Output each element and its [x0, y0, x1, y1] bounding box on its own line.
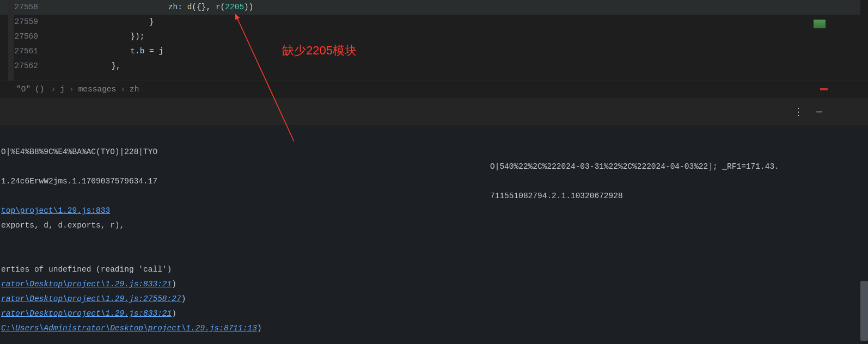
error-marker	[820, 88, 828, 90]
terminal-scrollbar[interactable]	[860, 145, 868, 344]
minimap-indicator	[814, 20, 826, 28]
code-content: });	[54, 29, 144, 44]
bc-seg-j[interactable]: j	[58, 85, 67, 94]
term-right-column: O|540%22%2C%222024-03-31%22%2C%222024-04…	[490, 145, 779, 204]
panel-toolbar: ⋮ —	[0, 97, 868, 125]
code-content: zh: d({}, r(2205))	[54, 0, 254, 15]
term-line: erties of undefined (reading 'call')	[1, 262, 867, 277]
gutter-border	[8, 0, 14, 81]
file-link[interactable]: C:\Users\Administrator\Desktop\project\1…	[1, 324, 257, 333]
bc-seg-messages[interactable]: messages	[76, 85, 119, 94]
chevron-right-icon: ›	[49, 85, 58, 94]
term-line: top\project\1.29.js:833	[1, 204, 867, 218]
minimize-icon[interactable]: —	[816, 106, 822, 117]
code-line[interactable]: 27561 t.b = j	[0, 44, 868, 59]
term-line: 711551082794.2.1.10320672928	[490, 189, 779, 204]
file-link[interactable]: rator\Desktop\project\1.29.js:833:21	[1, 280, 172, 288]
chevron-right-icon: ›	[118, 85, 127, 94]
file-link[interactable]: rator\Desktop\project\1.29.js:27558:27	[1, 294, 181, 303]
code-content: t.b = j	[54, 44, 163, 59]
terminal-panel[interactable]: O|%E4%B8%9C%E4%BA%AC(TYO)|228|TYO 1.24c6…	[0, 145, 868, 344]
term-line: rator\Desktop\project\1.29.js:833:21)	[1, 277, 867, 292]
kebab-icon[interactable]: ⋮	[793, 106, 803, 118]
file-link[interactable]: rator\Desktop\project\1.29.js:833:21	[1, 309, 172, 318]
code-line[interactable]: 27559 }	[0, 15, 868, 29]
term-line	[1, 233, 867, 248]
code-line[interactable]: 27558 zh: d({}, r(2205))	[0, 0, 868, 15]
code-line[interactable]: 27560 });	[0, 29, 868, 44]
scroll-thumb[interactable]	[860, 281, 868, 341]
file-link[interactable]: top\project\1.29.js:833	[1, 206, 110, 215]
term-line: exports, d, d.exports, r),	[1, 218, 867, 233]
panel-gap	[0, 125, 868, 145]
term-line: C:\Users\Administrator\Desktop\project\1…	[1, 321, 867, 336]
code-line[interactable]: 27562 },	[0, 59, 868, 73]
code-editor[interactable]: 27558 zh: d({}, r(2205)) 27559 } 27560 }…	[0, 0, 868, 81]
term-line	[490, 174, 779, 189]
chevron-right-icon: ›	[67, 85, 76, 94]
breadcrumb[interactable]: "O"() › j › messages › zh	[0, 81, 868, 97]
code-content: },	[54, 59, 121, 73]
editor-scrollbar[interactable]	[860, 0, 868, 81]
bc-seg-o[interactable]: "O"()	[12, 85, 49, 94]
term-line: O|540%22%2C%222024-03-31%22%2C%222024-04…	[490, 159, 779, 174]
term-line: rator\Desktop\project\1.29.js:833:21)	[1, 306, 867, 321]
bc-seg-zh[interactable]: zh	[127, 85, 141, 94]
term-line	[1, 248, 867, 262]
code-content: }	[54, 15, 154, 29]
term-line: rator\Desktop\project\1.29.js:27558:27)	[1, 292, 867, 306]
term-line	[490, 145, 779, 159]
